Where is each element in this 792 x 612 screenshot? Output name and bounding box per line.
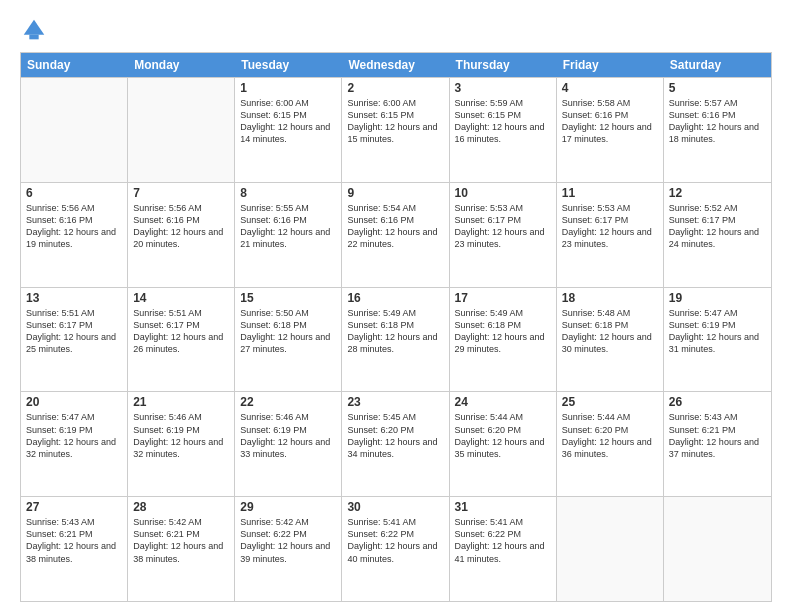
- day-info: Sunrise: 5:57 AM Sunset: 6:16 PM Dayligh…: [669, 97, 766, 146]
- weekday-header-sunday: Sunday: [21, 53, 128, 77]
- day-number: 17: [455, 291, 551, 305]
- calendar-day-empty: [557, 497, 664, 601]
- day-number: 16: [347, 291, 443, 305]
- day-number: 21: [133, 395, 229, 409]
- day-info: Sunrise: 5:53 AM Sunset: 6:17 PM Dayligh…: [562, 202, 658, 251]
- calendar-day-12: 12Sunrise: 5:52 AM Sunset: 6:17 PM Dayli…: [664, 183, 771, 287]
- day-info: Sunrise: 5:56 AM Sunset: 6:16 PM Dayligh…: [26, 202, 122, 251]
- weekday-header-wednesday: Wednesday: [342, 53, 449, 77]
- day-number: 25: [562, 395, 658, 409]
- calendar-day-10: 10Sunrise: 5:53 AM Sunset: 6:17 PM Dayli…: [450, 183, 557, 287]
- calendar-day-6: 6Sunrise: 5:56 AM Sunset: 6:16 PM Daylig…: [21, 183, 128, 287]
- calendar-day-20: 20Sunrise: 5:47 AM Sunset: 6:19 PM Dayli…: [21, 392, 128, 496]
- calendar-day-empty: [664, 497, 771, 601]
- calendar-day-31: 31Sunrise: 5:41 AM Sunset: 6:22 PM Dayli…: [450, 497, 557, 601]
- day-info: Sunrise: 5:49 AM Sunset: 6:18 PM Dayligh…: [455, 307, 551, 356]
- day-number: 14: [133, 291, 229, 305]
- day-info: Sunrise: 5:51 AM Sunset: 6:17 PM Dayligh…: [133, 307, 229, 356]
- day-number: 1: [240, 81, 336, 95]
- day-info: Sunrise: 5:48 AM Sunset: 6:18 PM Dayligh…: [562, 307, 658, 356]
- day-info: Sunrise: 5:44 AM Sunset: 6:20 PM Dayligh…: [562, 411, 658, 460]
- day-number: 15: [240, 291, 336, 305]
- logo: [20, 16, 52, 44]
- calendar-day-4: 4Sunrise: 5:58 AM Sunset: 6:16 PM Daylig…: [557, 78, 664, 182]
- weekday-header-friday: Friday: [557, 53, 664, 77]
- day-info: Sunrise: 5:44 AM Sunset: 6:20 PM Dayligh…: [455, 411, 551, 460]
- day-info: Sunrise: 5:41 AM Sunset: 6:22 PM Dayligh…: [347, 516, 443, 565]
- weekday-header-monday: Monday: [128, 53, 235, 77]
- logo-icon: [20, 16, 48, 44]
- day-number: 12: [669, 186, 766, 200]
- calendar-day-30: 30Sunrise: 5:41 AM Sunset: 6:22 PM Dayli…: [342, 497, 449, 601]
- calendar-day-5: 5Sunrise: 5:57 AM Sunset: 6:16 PM Daylig…: [664, 78, 771, 182]
- weekday-header-tuesday: Tuesday: [235, 53, 342, 77]
- calendar-day-15: 15Sunrise: 5:50 AM Sunset: 6:18 PM Dayli…: [235, 288, 342, 392]
- calendar-week-1: 1Sunrise: 6:00 AM Sunset: 6:15 PM Daylig…: [21, 77, 771, 182]
- day-info: Sunrise: 5:53 AM Sunset: 6:17 PM Dayligh…: [455, 202, 551, 251]
- calendar-week-2: 6Sunrise: 5:56 AM Sunset: 6:16 PM Daylig…: [21, 182, 771, 287]
- day-number: 28: [133, 500, 229, 514]
- calendar-header: SundayMondayTuesdayWednesdayThursdayFrid…: [21, 53, 771, 77]
- day-info: Sunrise: 5:51 AM Sunset: 6:17 PM Dayligh…: [26, 307, 122, 356]
- calendar-day-2: 2Sunrise: 6:00 AM Sunset: 6:15 PM Daylig…: [342, 78, 449, 182]
- calendar: SundayMondayTuesdayWednesdayThursdayFrid…: [20, 52, 772, 602]
- day-info: Sunrise: 5:55 AM Sunset: 6:16 PM Dayligh…: [240, 202, 336, 251]
- day-number: 31: [455, 500, 551, 514]
- day-info: Sunrise: 5:42 AM Sunset: 6:21 PM Dayligh…: [133, 516, 229, 565]
- calendar-day-29: 29Sunrise: 5:42 AM Sunset: 6:22 PM Dayli…: [235, 497, 342, 601]
- day-info: Sunrise: 5:59 AM Sunset: 6:15 PM Dayligh…: [455, 97, 551, 146]
- day-info: Sunrise: 5:47 AM Sunset: 6:19 PM Dayligh…: [669, 307, 766, 356]
- day-info: Sunrise: 5:50 AM Sunset: 6:18 PM Dayligh…: [240, 307, 336, 356]
- day-number: 2: [347, 81, 443, 95]
- day-number: 22: [240, 395, 336, 409]
- calendar-week-5: 27Sunrise: 5:43 AM Sunset: 6:21 PM Dayli…: [21, 496, 771, 601]
- day-info: Sunrise: 5:47 AM Sunset: 6:19 PM Dayligh…: [26, 411, 122, 460]
- day-number: 10: [455, 186, 551, 200]
- calendar-day-16: 16Sunrise: 5:49 AM Sunset: 6:18 PM Dayli…: [342, 288, 449, 392]
- svg-marker-0: [24, 20, 45, 35]
- day-info: Sunrise: 5:49 AM Sunset: 6:18 PM Dayligh…: [347, 307, 443, 356]
- calendar-day-26: 26Sunrise: 5:43 AM Sunset: 6:21 PM Dayli…: [664, 392, 771, 496]
- day-number: 27: [26, 500, 122, 514]
- calendar-day-23: 23Sunrise: 5:45 AM Sunset: 6:20 PM Dayli…: [342, 392, 449, 496]
- calendar-day-19: 19Sunrise: 5:47 AM Sunset: 6:19 PM Dayli…: [664, 288, 771, 392]
- day-info: Sunrise: 6:00 AM Sunset: 6:15 PM Dayligh…: [240, 97, 336, 146]
- svg-rect-1: [29, 35, 38, 40]
- calendar-day-empty: [128, 78, 235, 182]
- day-number: 23: [347, 395, 443, 409]
- day-number: 30: [347, 500, 443, 514]
- day-info: Sunrise: 5:46 AM Sunset: 6:19 PM Dayligh…: [240, 411, 336, 460]
- calendar-day-3: 3Sunrise: 5:59 AM Sunset: 6:15 PM Daylig…: [450, 78, 557, 182]
- day-number: 19: [669, 291, 766, 305]
- day-info: Sunrise: 5:41 AM Sunset: 6:22 PM Dayligh…: [455, 516, 551, 565]
- day-number: 24: [455, 395, 551, 409]
- page: SundayMondayTuesdayWednesdayThursdayFrid…: [0, 0, 792, 612]
- day-number: 8: [240, 186, 336, 200]
- calendar-day-8: 8Sunrise: 5:55 AM Sunset: 6:16 PM Daylig…: [235, 183, 342, 287]
- calendar-day-7: 7Sunrise: 5:56 AM Sunset: 6:16 PM Daylig…: [128, 183, 235, 287]
- calendar-day-17: 17Sunrise: 5:49 AM Sunset: 6:18 PM Dayli…: [450, 288, 557, 392]
- calendar-day-22: 22Sunrise: 5:46 AM Sunset: 6:19 PM Dayli…: [235, 392, 342, 496]
- calendar-day-21: 21Sunrise: 5:46 AM Sunset: 6:19 PM Dayli…: [128, 392, 235, 496]
- calendar-day-25: 25Sunrise: 5:44 AM Sunset: 6:20 PM Dayli…: [557, 392, 664, 496]
- calendar-day-14: 14Sunrise: 5:51 AM Sunset: 6:17 PM Dayli…: [128, 288, 235, 392]
- calendar-day-9: 9Sunrise: 5:54 AM Sunset: 6:16 PM Daylig…: [342, 183, 449, 287]
- day-info: Sunrise: 5:42 AM Sunset: 6:22 PM Dayligh…: [240, 516, 336, 565]
- weekday-header-saturday: Saturday: [664, 53, 771, 77]
- day-number: 18: [562, 291, 658, 305]
- day-info: Sunrise: 6:00 AM Sunset: 6:15 PM Dayligh…: [347, 97, 443, 146]
- calendar-day-18: 18Sunrise: 5:48 AM Sunset: 6:18 PM Dayli…: [557, 288, 664, 392]
- calendar-day-1: 1Sunrise: 6:00 AM Sunset: 6:15 PM Daylig…: [235, 78, 342, 182]
- day-info: Sunrise: 5:56 AM Sunset: 6:16 PM Dayligh…: [133, 202, 229, 251]
- day-number: 5: [669, 81, 766, 95]
- day-number: 13: [26, 291, 122, 305]
- calendar-day-11: 11Sunrise: 5:53 AM Sunset: 6:17 PM Dayli…: [557, 183, 664, 287]
- calendar-week-3: 13Sunrise: 5:51 AM Sunset: 6:17 PM Dayli…: [21, 287, 771, 392]
- calendar-day-13: 13Sunrise: 5:51 AM Sunset: 6:17 PM Dayli…: [21, 288, 128, 392]
- calendar-body: 1Sunrise: 6:00 AM Sunset: 6:15 PM Daylig…: [21, 77, 771, 601]
- day-number: 9: [347, 186, 443, 200]
- day-number: 6: [26, 186, 122, 200]
- day-number: 7: [133, 186, 229, 200]
- header: [20, 16, 772, 44]
- day-number: 20: [26, 395, 122, 409]
